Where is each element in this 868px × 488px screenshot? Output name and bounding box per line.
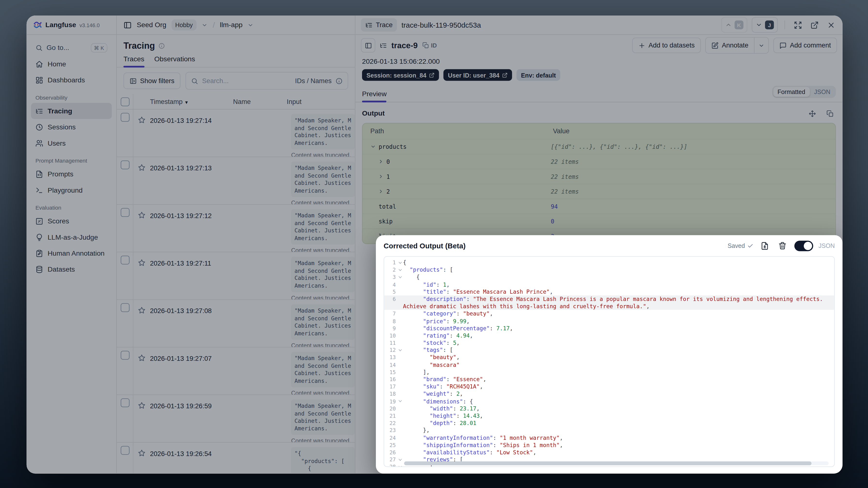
table-row[interactable]: 2026-01-13 19:26:54"{ "products": [ { bbox=[117, 443, 355, 474]
chevron-right-icon[interactable] bbox=[378, 159, 383, 164]
fold-chevron-icon[interactable] bbox=[397, 464, 403, 467]
fold-chevron-icon[interactable] bbox=[397, 347, 403, 353]
fold-chevron-icon[interactable] bbox=[397, 398, 403, 404]
badge-user-id[interactable]: User ID: user_384 bbox=[443, 69, 512, 81]
org-name[interactable]: Seed Org bbox=[137, 21, 166, 29]
tab-observations[interactable]: Observations bbox=[154, 55, 195, 67]
code-line-23[interactable]: 23 }, bbox=[384, 427, 834, 434]
drag-output-button[interactable] bbox=[806, 108, 818, 119]
sidebar-toggle-icon[interactable] bbox=[123, 21, 131, 29]
chevron-down-icon[interactable] bbox=[248, 22, 254, 28]
goto-search[interactable]: Go to... ⌘ K bbox=[31, 39, 112, 56]
tab-traces[interactable]: Traces bbox=[123, 55, 144, 67]
col-timestamp[interactable]: Timestamp▼ bbox=[150, 98, 233, 105]
plan-badge[interactable]: Hobby bbox=[171, 20, 197, 31]
code-line-2[interactable]: 2 "products": [ bbox=[384, 266, 834, 274]
row-checkbox[interactable] bbox=[120, 351, 129, 360]
row-checkbox[interactable] bbox=[120, 208, 129, 217]
output-row[interactable]: products[{"id": ...}, {"id": ...}, {"id"… bbox=[363, 139, 835, 154]
sidebar-item-users[interactable]: Users bbox=[31, 135, 112, 151]
add-to-datasets-button[interactable]: Add to datasets bbox=[632, 37, 701, 53]
annotate-dropdown-button[interactable] bbox=[754, 37, 768, 53]
info-icon[interactable] bbox=[158, 43, 165, 49]
nav-next-button[interactable]: J bbox=[752, 17, 778, 33]
code-line-7[interactable]: 7 "category": "beauty", bbox=[384, 310, 834, 317]
code-line-17[interactable]: 17 "sku": "RCH45Q1A", bbox=[384, 383, 834, 390]
table-row[interactable]: 2026-01-13 19:27:13"Madam Speaker, Mand … bbox=[117, 157, 355, 205]
code-line-13[interactable]: 13 "beauty", bbox=[384, 354, 834, 361]
output-row[interactable]: 222 items bbox=[363, 184, 835, 199]
code-line-19[interactable]: 19 "dimensions": { bbox=[384, 398, 834, 405]
sidebar-item-datasets[interactable]: Datasets bbox=[31, 261, 112, 277]
sidebar-item-dashboards[interactable]: Dashboards bbox=[31, 72, 112, 88]
table-row[interactable]: 2026-01-13 19:27:14"Madam Speaker, Mand … bbox=[117, 110, 355, 157]
copy-id-button[interactable]: ID bbox=[422, 42, 437, 49]
fold-chevron-icon[interactable] bbox=[397, 260, 403, 266]
badge-session[interactable]: Session: session_84 bbox=[362, 69, 439, 81]
sidebar-item-human-annotation[interactable]: Human Annotation bbox=[31, 245, 112, 261]
col-input[interactable]: Input bbox=[287, 98, 355, 105]
bookmark-star-icon[interactable] bbox=[138, 259, 146, 267]
table-row[interactable]: 2026-01-13 19:27:08"Madam Speaker, Mand … bbox=[117, 300, 355, 347]
code-line-20[interactable]: 20 "width": 23.17, bbox=[384, 405, 834, 412]
tab-preview[interactable]: Preview bbox=[362, 90, 387, 102]
open-in-new-button[interactable] bbox=[808, 19, 820, 31]
code-line-15[interactable]: 15 ], bbox=[384, 368, 834, 375]
row-checkbox[interactable] bbox=[120, 113, 129, 122]
horizontal-scrollbar[interactable] bbox=[404, 461, 829, 465]
code-line-16[interactable]: 16 "brand": "Essence", bbox=[384, 375, 834, 383]
project-name[interactable]: llm-app bbox=[220, 21, 243, 29]
code-line-21[interactable]: 21 "height": 14.43, bbox=[384, 412, 834, 420]
chevron-down-icon[interactable] bbox=[370, 144, 376, 150]
sidebar-item-tracing[interactable]: Tracing bbox=[31, 103, 112, 119]
diff-button[interactable] bbox=[759, 240, 771, 252]
code-line-24[interactable]: 24 "warrantyInformation": "1 month warra… bbox=[384, 434, 834, 441]
row-checkbox[interactable] bbox=[120, 160, 129, 170]
chevron-right-icon[interactable] bbox=[378, 174, 383, 179]
bookmark-star-icon[interactable] bbox=[138, 164, 146, 172]
show-filters-button[interactable]: Show filters bbox=[123, 72, 180, 89]
search-scope-label[interactable]: IDs / Names bbox=[295, 77, 332, 85]
table-row[interactable]: 2026-01-13 19:27:12"Madam Speaker, Mand … bbox=[117, 205, 355, 252]
expand-button[interactable] bbox=[792, 19, 804, 31]
code-line-6[interactable]: 6 "description": "The Essence Mascara La… bbox=[384, 295, 834, 310]
code-line-25[interactable]: 25 "shippingInformation": "Ships in 1 mo… bbox=[384, 441, 834, 449]
table-row[interactable]: 2026-01-13 19:27:11"Madam Speaker, Mand … bbox=[117, 252, 355, 300]
close-button[interactable] bbox=[825, 19, 837, 31]
output-row[interactable]: total94 bbox=[363, 199, 835, 214]
nav-prev-button[interactable]: K bbox=[721, 17, 747, 33]
fold-chevron-icon[interactable] bbox=[397, 274, 403, 280]
code-line-14[interactable]: 14 "mascara" bbox=[384, 361, 834, 368]
sidebar-item-scores[interactable]: Scores bbox=[31, 213, 112, 229]
code-line-8[interactable]: 8 "price": 9.99, bbox=[384, 317, 834, 325]
bookmark-star-icon[interactable] bbox=[138, 211, 146, 219]
sidebar-item-prompts[interactable]: Prompts bbox=[31, 166, 112, 182]
output-row[interactable]: 022 items bbox=[363, 154, 835, 170]
chevron-right-icon[interactable] bbox=[378, 189, 383, 194]
search-input[interactable]: Search... IDs / Names bbox=[185, 72, 348, 90]
bookmark-star-icon[interactable] bbox=[138, 306, 146, 314]
fold-chevron-icon[interactable] bbox=[397, 267, 403, 273]
col-name[interactable]: Name bbox=[233, 98, 287, 105]
table-row[interactable]: 2026-01-13 19:26:59"Madam Speaker, Mand … bbox=[117, 395, 355, 443]
sidebar-item-playground[interactable]: Playground bbox=[31, 182, 112, 198]
json-toggle[interactable] bbox=[794, 240, 813, 251]
bookmark-star-icon[interactable] bbox=[138, 354, 146, 362]
add-comment-button[interactable]: Add comment bbox=[773, 37, 837, 53]
scrollbar-thumb[interactable] bbox=[404, 461, 812, 465]
sidebar-item-sessions[interactable]: Sessions bbox=[31, 119, 112, 135]
code-line-9[interactable]: 9 "discountPercentage": 7.17, bbox=[384, 325, 834, 332]
code-line-5[interactable]: 5 "title": "Essence Mascara Lash Prince"… bbox=[384, 288, 834, 295]
code-line-3[interactable]: 3 { bbox=[384, 274, 834, 281]
output-row[interactable]: skip0 bbox=[363, 214, 835, 229]
row-checkbox[interactable] bbox=[120, 446, 129, 455]
format-option-json[interactable]: JSON bbox=[810, 87, 835, 97]
copy-output-button[interactable] bbox=[824, 108, 836, 119]
bookmark-star-icon[interactable] bbox=[138, 402, 146, 409]
bookmark-star-icon[interactable] bbox=[138, 116, 146, 124]
fold-chevron-icon[interactable] bbox=[397, 457, 403, 463]
row-checkbox[interactable] bbox=[120, 398, 129, 407]
code-line-22[interactable]: 22 "depth": 28.01 bbox=[384, 420, 834, 427]
bookmark-star-icon[interactable] bbox=[138, 449, 146, 457]
output-row[interactable]: 122 items bbox=[363, 170, 835, 184]
